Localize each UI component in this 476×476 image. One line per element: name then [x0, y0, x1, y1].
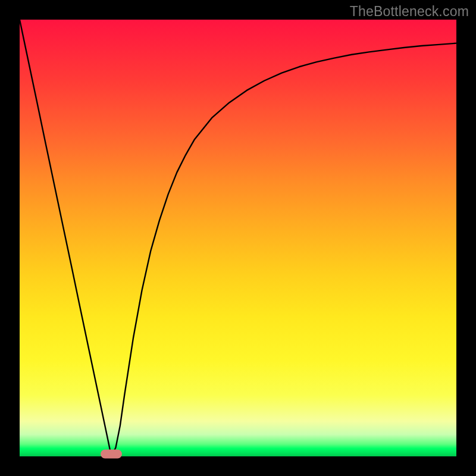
bottleneck-curve: [20, 20, 456, 456]
watermark-text: TheBottleneck.com: [350, 4, 469, 20]
plot-area: [20, 20, 456, 456]
min-marker: [101, 450, 122, 459]
chart-frame: TheBottleneck.com: [0, 0, 476, 476]
